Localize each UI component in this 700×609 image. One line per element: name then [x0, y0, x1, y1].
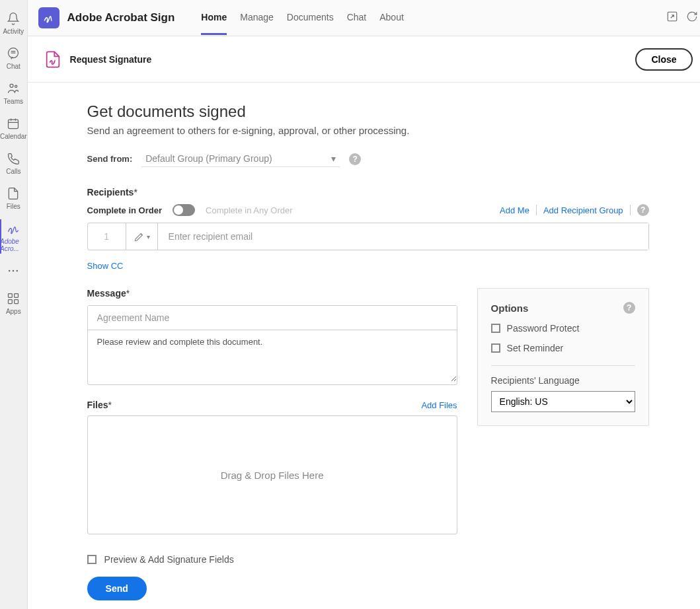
page-subtitle: Send an agreement to others for e-signin… [87, 125, 649, 136]
svg-point-1 [10, 84, 13, 87]
checkbox-icon [491, 343, 500, 353]
svg-rect-3 [9, 120, 19, 128]
help-icon[interactable]: ? [349, 153, 361, 165]
rail-label: Files [7, 203, 20, 210]
svg-rect-7 [9, 294, 13, 298]
chevron-down-icon: ▾ [331, 153, 336, 164]
complete-in-order-label: Complete in Order [87, 205, 162, 215]
app-title: Adobe Acrobat Sign [67, 11, 175, 24]
add-me-link[interactable]: Add Me [500, 205, 529, 215]
svg-rect-8 [15, 294, 19, 298]
tab-home[interactable]: Home [201, 1, 227, 35]
chevron-down-icon: ▾ [147, 233, 150, 240]
adobe-sign-logo-icon [38, 7, 59, 28]
bell-icon [5, 11, 21, 26]
rail-label: Calendar [0, 133, 27, 140]
tab-documents[interactable]: Documents [287, 1, 334, 35]
language-label: Recipients' Language [491, 375, 635, 386]
app-header: Adobe Acrobat Sign Home Manage Documents… [28, 0, 700, 36]
recipient-email-input[interactable] [158, 223, 648, 250]
agreement-name-input[interactable] [88, 306, 457, 330]
tab-manage[interactable]: Manage [240, 1, 274, 35]
rail-label: Activity [3, 28, 24, 35]
sub-header: Request Signature Close [28, 36, 700, 83]
close-button[interactable]: Close [635, 48, 692, 71]
chat-icon [5, 46, 21, 61]
set-reminder-label: Set Reminder [507, 343, 564, 353]
preview-label: Preview & Add Signature Fields [104, 554, 234, 565]
message-body-input[interactable]: Please review and complete this document… [88, 330, 457, 382]
rail-more[interactable] [0, 258, 27, 285]
preview-checkbox-row[interactable]: Preview & Add Signature Fields [87, 554, 457, 565]
send-from-value: Default Group (Primary Group) [145, 153, 272, 164]
nav-tabs: Home Manage Documents Chat About [201, 1, 403, 35]
rail-calendar[interactable]: Calendar [0, 110, 27, 145]
rail-label: Adobe Acro... [0, 238, 27, 252]
content: Get documents signed Send an agreement t… [28, 83, 700, 609]
rail-activity[interactable]: Activity [0, 5, 27, 40]
recipient-order-number: 1 [88, 223, 126, 250]
checkbox-icon [87, 555, 97, 564]
svg-rect-9 [9, 300, 13, 304]
password-protect-label: Password Protect [507, 323, 580, 334]
rail-label: Chat [7, 63, 20, 70]
request-signature-icon [44, 50, 62, 69]
rail-calls[interactable]: Calls [0, 145, 27, 180]
recipient-role-selector[interactable]: ▾ [126, 223, 158, 250]
popout-icon[interactable] [666, 11, 678, 25]
pen-icon [134, 231, 145, 242]
message-label: Message* [87, 288, 457, 299]
rail-label: Calls [6, 168, 20, 175]
file-icon [5, 186, 21, 201]
tab-about[interactable]: About [379, 1, 404, 35]
calendar-icon [5, 116, 21, 131]
add-recipient-group-link[interactable]: Add Recipient Group [543, 205, 623, 215]
rail-apps[interactable]: Apps [0, 285, 27, 320]
svg-point-4 [9, 270, 10, 272]
help-icon[interactable]: ? [637, 204, 649, 216]
svg-point-5 [13, 270, 15, 272]
set-reminder-checkbox[interactable]: Set Reminder [491, 343, 635, 353]
tab-chat[interactable]: Chat [347, 1, 367, 35]
options-panel: Options ? Password Protect Set Reminder … [477, 288, 649, 426]
complete-any-order-label: Complete in Any Order [206, 205, 293, 215]
add-files-link[interactable]: Add Files [421, 400, 457, 410]
show-cc-link[interactable]: Show CC [87, 261, 124, 271]
order-toggle[interactable] [173, 204, 195, 216]
rail-teams[interactable]: Teams [0, 75, 27, 110]
recipient-row: 1 ▾ [87, 223, 649, 250]
divider [491, 365, 635, 366]
help-icon[interactable]: ? [623, 302, 635, 314]
files-drop-zone[interactable]: Drag & Drop Files Here [87, 415, 457, 534]
language-select[interactable]: English: US [491, 391, 635, 412]
sub-header-title: Request Signature [70, 54, 152, 65]
teams-app-rail: Activity Chat Teams Calendar Calls Files… [0, 0, 28, 609]
password-protect-checkbox[interactable]: Password Protect [491, 323, 635, 334]
apps-icon [5, 291, 21, 306]
svg-rect-10 [15, 300, 19, 304]
options-title: Options [491, 303, 529, 314]
drop-zone-text: Drag & Drop Files Here [221, 470, 324, 481]
rail-adobe-sign[interactable]: Adobe Acro... [0, 215, 27, 258]
rail-files[interactable]: Files [0, 180, 27, 215]
ellipsis-icon [5, 263, 21, 279]
files-label: Files* [87, 400, 112, 410]
rail-label: Apps [6, 308, 21, 315]
page-title: Get documents signed [87, 102, 649, 121]
send-button[interactable]: Send [87, 577, 147, 600]
svg-point-6 [17, 270, 19, 272]
rail-label: Teams [4, 98, 23, 105]
phone-icon [5, 151, 21, 166]
teams-icon [5, 81, 21, 96]
recipients-label: Recipients* [87, 187, 649, 197]
send-from-select[interactable]: Default Group (Primary Group) ▾ [141, 151, 340, 167]
signature-icon [5, 221, 21, 236]
checkbox-icon [491, 324, 500, 333]
divider [630, 205, 631, 215]
send-from-label: Send from: [87, 154, 133, 164]
divider [536, 205, 537, 215]
rail-chat[interactable]: Chat [0, 40, 27, 75]
svg-point-2 [15, 85, 17, 87]
refresh-icon[interactable] [686, 11, 698, 25]
